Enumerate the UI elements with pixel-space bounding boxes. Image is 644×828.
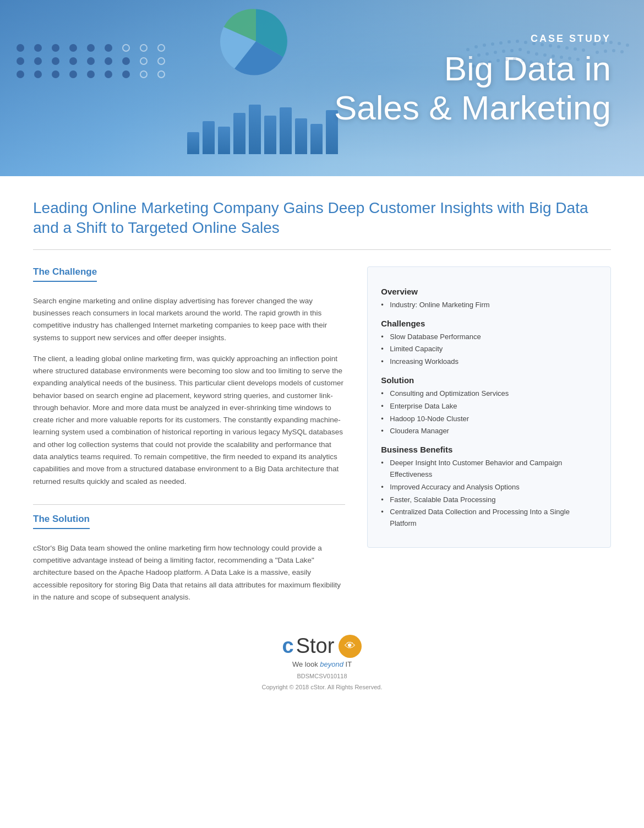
svg-point-38 — [538, 62, 541, 65]
two-column-layout: The Challenge Search engine marketing an… — [33, 266, 611, 612]
challenge-heading: The Challenge — [33, 266, 97, 282]
svg-point-44 — [618, 42, 621, 45]
dot-item — [157, 57, 165, 65]
svg-point-23 — [527, 51, 530, 54]
dot-item — [105, 57, 112, 65]
dot-item — [87, 70, 95, 78]
svg-point-3 — [483, 43, 486, 47]
svg-point-45 — [626, 43, 629, 47]
dot-item — [140, 44, 148, 52]
bar-chart-decoration — [187, 105, 338, 154]
bar-item — [203, 121, 215, 154]
svg-point-8 — [524, 41, 527, 44]
solution-para1: cStor's Big Data team showed the online … — [33, 542, 345, 603]
dot-item — [69, 70, 77, 78]
svg-point-20 — [502, 50, 505, 53]
footer-copyright: Copyright © 2018 cStor. All Rights Reser… — [33, 684, 611, 690]
bar-item — [249, 105, 261, 154]
svg-point-21 — [510, 49, 514, 52]
challenges-heading: Challenges — [381, 319, 597, 328]
logo-main: c Stor 👁 — [282, 634, 362, 658]
bar-item — [264, 116, 276, 154]
svg-point-19 — [494, 51, 497, 54]
bar-item — [218, 127, 230, 154]
dot-item — [140, 57, 148, 65]
list-item: Increasing Workloads — [381, 356, 597, 368]
bar-item — [280, 107, 292, 154]
dot-item — [69, 44, 77, 52]
list-item: Slow Database Performance — [381, 331, 597, 343]
svg-point-27 — [560, 56, 563, 59]
challenge-para2: The client, a leading global online mark… — [33, 353, 345, 488]
challenge-para1: Search engine marketing and online displ… — [33, 295, 345, 344]
dot-item — [122, 57, 130, 65]
dot-item — [105, 70, 112, 78]
list-item: Faster, Scalable Data Processing — [381, 494, 597, 506]
bar-item — [187, 132, 199, 154]
svg-point-13 — [565, 46, 569, 50]
list-item: Improved Accuracy and Analysis Options — [381, 482, 597, 493]
dot-item — [34, 44, 42, 52]
logo-face-icon: 👁 — [345, 640, 356, 652]
dots-grid — [17, 44, 170, 78]
svg-point-2 — [474, 45, 478, 48]
svg-point-34 — [505, 58, 508, 61]
challenges-list: Slow Database PerformanceLimited Capacit… — [381, 331, 597, 368]
dot-item — [140, 70, 148, 78]
tagline-post: IT — [343, 660, 352, 668]
dot-item — [157, 44, 165, 52]
svg-point-12 — [557, 45, 560, 48]
logo-stor: Stor — [296, 634, 335, 658]
list-item: Cloudera Manager — [381, 426, 597, 437]
solution-list: Consulting and Optimization ServicesEnte… — [381, 388, 597, 437]
svg-point-28 — [568, 57, 571, 60]
svg-point-1 — [466, 48, 470, 51]
hero-section: CASE STUDY Big Data in Sales & Marketing — [0, 0, 644, 176]
svg-point-7 — [516, 40, 519, 43]
tagline-pre: We look — [292, 660, 320, 668]
svg-point-4 — [491, 42, 494, 46]
svg-point-30 — [472, 64, 475, 68]
svg-point-39 — [546, 63, 549, 66]
svg-point-14 — [574, 47, 577, 51]
svg-point-41 — [593, 42, 596, 46]
sidebar-benefits: Business Benefits Deeper Insight Into Cu… — [381, 445, 597, 530]
svg-point-31 — [480, 62, 483, 65]
benefits-heading: Business Benefits — [381, 445, 597, 454]
svg-point-22 — [519, 48, 522, 51]
bar-item — [310, 124, 323, 154]
bar-item — [295, 118, 307, 154]
dot-item — [69, 57, 77, 65]
svg-point-15 — [582, 48, 585, 52]
dot-item — [17, 57, 24, 65]
svg-point-26 — [552, 55, 555, 58]
dot-item — [122, 70, 130, 78]
dot-item — [122, 44, 130, 52]
list-item: Consulting and Optimization Services — [381, 388, 597, 400]
sidebar-challenges: Challenges Slow Database PerformanceLimi… — [381, 319, 597, 368]
svg-point-24 — [535, 52, 538, 56]
list-item: Centralized Data Collection and Processi… — [381, 506, 597, 530]
bar-item — [233, 113, 245, 154]
svg-point-49 — [620, 50, 624, 53]
svg-point-17 — [477, 53, 481, 57]
dot-item — [52, 70, 59, 78]
world-map-bg — [424, 6, 644, 116]
list-item: Enterprise Data Lake — [381, 401, 597, 412]
overview-list: Industry: Online Marketing Firm — [381, 299, 597, 311]
logo-area: c Stor 👁 We look beyond IT BDSMCSV010118… — [33, 634, 611, 690]
overview-heading: Overview — [381, 287, 597, 296]
svg-point-36 — [521, 59, 525, 62]
svg-point-9 — [532, 42, 536, 45]
left-column: The Challenge Search engine marketing an… — [33, 266, 345, 612]
dot-item — [52, 57, 59, 65]
svg-point-6 — [507, 40, 511, 43]
solution-heading: The Solution — [33, 514, 90, 529]
svg-point-10 — [541, 43, 544, 46]
page-title: Leading Online Marketing Company Gains D… — [33, 198, 611, 250]
main-content: Leading Online Marketing Company Gains D… — [0, 176, 644, 712]
logo-icon-circle: 👁 — [339, 635, 362, 658]
logo-c: c — [282, 634, 294, 658]
svg-point-5 — [499, 41, 503, 45]
solution-section: The Solution cStor's Big Data team showe… — [33, 504, 345, 603]
